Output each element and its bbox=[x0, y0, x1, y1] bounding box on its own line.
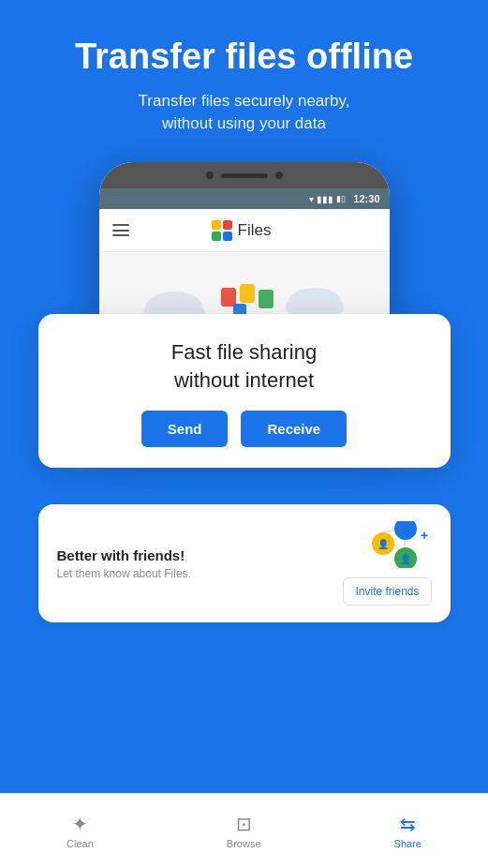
phone-camera bbox=[206, 172, 214, 179]
svg-text:+: + bbox=[421, 528, 428, 543]
nav-item-clean[interactable]: ✦ Clean bbox=[48, 805, 112, 857]
svg-rect-1 bbox=[223, 220, 232, 230]
clean-label: Clean bbox=[67, 838, 94, 849]
friends-card: Better with friends! Let them know about… bbox=[38, 504, 451, 622]
svg-rect-2 bbox=[212, 232, 221, 241]
friends-text: Better with friends! Let them know about… bbox=[57, 547, 191, 580]
share-label: Share bbox=[394, 838, 421, 849]
svg-rect-12 bbox=[259, 290, 274, 308]
status-bar: ▾ ▮▮▮ ▮▯ 12:30 bbox=[99, 188, 390, 209]
clean-icon: ✦ bbox=[72, 813, 88, 835]
nav-item-share[interactable]: ⇆ Share bbox=[376, 805, 440, 857]
svg-text:👤: 👤 bbox=[400, 553, 412, 565]
invite-friends-button[interactable]: Invite friends bbox=[343, 577, 431, 606]
svg-rect-11 bbox=[240, 284, 255, 303]
bottom-nav: ✦ Clean ⊡ Browse ⇆ Share bbox=[0, 793, 488, 868]
sharing-card: Fast file sharingwithout internet Send R… bbox=[38, 314, 451, 468]
svg-text:👤: 👤 bbox=[400, 523, 412, 535]
friends-title: Better with friends! bbox=[57, 547, 191, 563]
share-icon: ⇆ bbox=[400, 813, 416, 835]
app-logo-icon bbox=[212, 220, 232, 241]
friends-right: 👤 👤 👤 + Invite friends bbox=[343, 521, 431, 606]
header-section: Transfer files offline Transfer files se… bbox=[0, 0, 488, 153]
status-time: 12:30 bbox=[353, 193, 379, 204]
status-icons: ▾ ▮▮▮ ▮▯ bbox=[309, 194, 346, 204]
phone-bezel-top bbox=[99, 162, 390, 188]
card-buttons: Send Receive bbox=[67, 411, 422, 447]
browse-label: Browse bbox=[227, 838, 261, 849]
receive-button[interactable]: Receive bbox=[241, 411, 347, 447]
friends-network: 👤 👤 👤 + bbox=[357, 521, 432, 568]
svg-rect-3 bbox=[223, 232, 232, 241]
page-subtitle: Transfer files securely nearby,without u… bbox=[28, 90, 460, 135]
wifi-icon: ▾ bbox=[309, 194, 314, 204]
network-svg: 👤 👤 👤 + bbox=[357, 521, 432, 568]
hamburger-menu[interactable] bbox=[112, 224, 129, 236]
svg-text:👤: 👤 bbox=[377, 538, 390, 550]
svg-rect-0 bbox=[212, 220, 221, 230]
app-title-area: Files bbox=[212, 220, 272, 241]
send-button[interactable]: Send bbox=[141, 411, 229, 447]
nav-item-browse[interactable]: ⊡ Browse bbox=[208, 805, 280, 857]
phone-camera-2 bbox=[275, 172, 283, 179]
app-bar: Files bbox=[99, 209, 390, 252]
svg-rect-10 bbox=[221, 288, 236, 307]
battery-icon: ▮▯ bbox=[336, 194, 346, 203]
friends-subtitle: Let them know about Files. bbox=[57, 567, 191, 580]
phone-container: ▾ ▮▮▮ ▮▯ 12:30 Files bbox=[0, 162, 488, 440]
app-name-label: Files bbox=[238, 221, 272, 240]
signal-icon: ▮▮▮ bbox=[317, 194, 333, 204]
page-title: Transfer files offline bbox=[28, 37, 460, 77]
browse-icon: ⊡ bbox=[236, 813, 252, 835]
phone-speaker bbox=[221, 173, 268, 178]
sharing-card-title: Fast file sharingwithout internet bbox=[67, 338, 422, 394]
